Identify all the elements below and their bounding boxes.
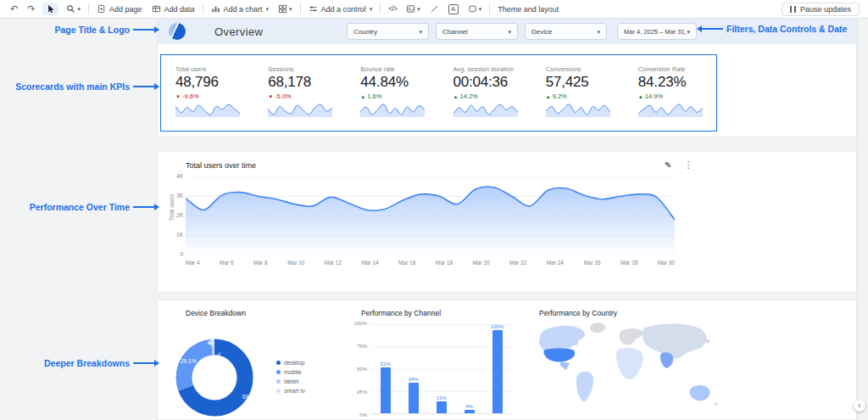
tick-label: Mar 4 <box>186 260 200 266</box>
theme-and-layout-button[interactable]: Theme and layout <box>496 4 560 14</box>
chart-actions: ✎ ⋮ <box>665 160 693 171</box>
line-icon <box>430 4 439 14</box>
right-panel-rail <box>857 19 868 420</box>
toolbar-divider <box>380 3 381 14</box>
select-tool-button[interactable] <box>42 3 58 15</box>
redo-button[interactable]: ↷ <box>25 3 36 14</box>
scorecard-total-users[interactable]: Total users 48,796 ▼ -9.6% <box>161 55 253 131</box>
bar-column: 34% <box>405 324 422 413</box>
delta-value: -5.0% <box>275 92 292 100</box>
bar-column: 13% <box>433 324 450 413</box>
insert-text-button[interactable]: A <box>447 3 460 15</box>
scorecard-conversions[interactable]: Conversions 57,425 ▲ 9.2% <box>531 55 624 131</box>
chevron-down-icon: ▾ <box>289 6 292 12</box>
scorecard-delta: ▲ 14.2% <box>453 92 531 100</box>
date-range-control[interactable]: Mar 4, 2025 – Mar 31, 20... ▾ <box>617 23 697 40</box>
delta-value: -9.6% <box>182 92 199 100</box>
legend-item: tablet <box>276 378 305 384</box>
zoom-button[interactable]: ▾ <box>64 3 82 14</box>
edit-pencil-icon[interactable]: ✎ <box>665 160 671 170</box>
add-chart-button[interactable]: Add a chart ▾ <box>209 3 271 14</box>
collapse-panel-button[interactable]: ‹ <box>854 400 865 412</box>
scorecard-label: Sessions <box>268 65 346 73</box>
annotation-text: Performance Over Time <box>30 202 130 212</box>
tick-label: 50% <box>357 367 367 372</box>
scorecard-avg-session-duration[interactable]: Avg. session duration 00:04:36 ▲ 14.2% <box>439 55 531 131</box>
insert-shape-button[interactable]: ▾ <box>466 3 484 14</box>
bar <box>381 367 391 413</box>
slice-label-mobile: 29.1% <box>181 358 196 364</box>
collapse-chevron-icon: ‹ <box>858 401 860 410</box>
tick-label: Mar 24 <box>547 260 564 266</box>
world-map <box>526 317 730 419</box>
chart-legend: desktopmobiletabletsmart tv <box>276 360 305 394</box>
tick-label: Mar 26 <box>583 260 600 266</box>
add-data-label: Add data <box>164 5 195 14</box>
tick-label: Mar 16 <box>398 260 415 266</box>
bar <box>492 330 503 413</box>
delta-arrow-icon: ▲ <box>546 94 551 99</box>
chevron-down-icon: ▾ <box>479 6 482 12</box>
legend-item: mobile <box>276 369 305 375</box>
bar-column: 4% <box>461 324 478 413</box>
undo-button[interactable]: ↶ <box>8 3 19 14</box>
sparkline-chart <box>268 103 332 117</box>
kebab-menu-icon[interactable]: ⋮ <box>683 160 693 171</box>
chart-type-button[interactable]: ▾ <box>276 3 294 14</box>
scorecard-label: Avg. session duration <box>453 65 531 73</box>
text-icon: A <box>448 4 459 14</box>
chevron-down-icon: ▾ <box>417 6 420 12</box>
donut-chart <box>173 336 256 419</box>
date-range-value: Mar 4, 2025 – Mar 31, 20... <box>624 28 687 36</box>
scorecard-delta: ▼ -5.0% <box>268 92 346 100</box>
code-icon: </> <box>388 5 397 13</box>
scorecard-value: 00:04:36 <box>453 74 531 91</box>
chevron-down-icon: ▾ <box>419 29 422 35</box>
legend-label: desktop <box>284 360 305 366</box>
scorecard-delta: ▲ 1.6% <box>360 92 438 100</box>
sparkline-chart <box>360 103 425 117</box>
toolbar-divider <box>203 3 203 14</box>
annotation-text: Filters, Data Controls & Date <box>726 24 847 34</box>
legend-dot-icon <box>276 389 281 393</box>
country-performance-panel: Performance by Country <box>522 300 857 419</box>
insert-image-button[interactable]: ▾ <box>404 3 422 14</box>
add-page-icon <box>97 4 106 14</box>
bar-chart-plot: 51%34%13%4%100% <box>371 324 511 414</box>
pause-updates-button[interactable]: Pause updates <box>782 3 860 16</box>
bar <box>465 410 475 413</box>
y-axis-ticks: 100%75%50%25%0% <box>353 321 367 417</box>
bar-value-label: 100% <box>491 324 504 329</box>
legend-dot-icon <box>276 370 281 374</box>
filter-device[interactable]: Device ▾ <box>525 23 607 40</box>
time-series-card[interactable]: Total users over time ✎ ⋮ Total users 4K… <box>157 151 857 293</box>
scorecard-sessions[interactable]: Sessions 68,178 ▼ -5.0% <box>253 55 346 131</box>
scorecards-group[interactable]: Total users 48,796 ▼ -9.6% Sessions 68,1… <box>160 54 717 132</box>
add-page-label: Add page <box>109 5 142 14</box>
scorecard-conversion-rate[interactable]: Conversion Rate 84.23% ▲ 14.9% <box>624 55 716 131</box>
filter-channel[interactable]: Channel ▾ <box>436 23 518 40</box>
annotation-text: Scorecards with main KPIs <box>15 81 130 92</box>
filter-label: Channel <box>442 28 468 36</box>
filter-country[interactable]: Country ▾ <box>347 23 429 40</box>
arrow-right-icon <box>133 29 155 31</box>
y-axis-ticks: 4K3K2K1K0 <box>163 173 183 257</box>
breakdowns-card[interactable]: Device Breakdown 29.1% 69.3% desktopmobi… <box>157 300 857 420</box>
add-page-button[interactable]: Add page <box>95 3 144 14</box>
embed-code-button[interactable]: </> <box>387 4 398 14</box>
delta-arrow-icon: ▲ <box>638 94 643 99</box>
tick-label: 100% <box>354 321 367 326</box>
tick-label: Mar 6 <box>220 260 234 266</box>
chart-title: Total users over time <box>186 161 256 170</box>
slice-label-desktop: 69.3% <box>242 394 258 400</box>
legend-label: mobile <box>284 369 302 375</box>
tick-label: Mar 28 <box>620 260 637 266</box>
shape-icon <box>468 4 477 14</box>
add-control-button[interactable]: Add a control ▾ <box>307 3 375 14</box>
add-data-button[interactable]: Add data <box>150 3 197 14</box>
chart-title: Performance by Country <box>539 309 617 317</box>
scorecard-bounce-rate[interactable]: Bounce rate 44.84% ▲ 1.6% <box>346 55 438 131</box>
tick-label: Mar 8 <box>253 260 268 266</box>
legend-item: smart tv <box>276 388 305 394</box>
insert-line-button[interactable] <box>428 3 441 14</box>
